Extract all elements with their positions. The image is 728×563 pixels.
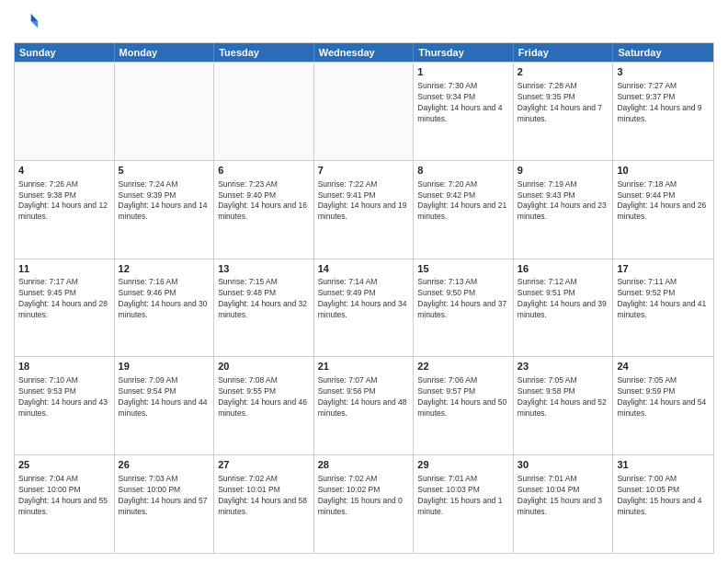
calendar-cell [15,63,115,160]
weekday-header: Wednesday [314,43,415,62]
day-number: 23 [518,360,609,373]
day-info: Sunrise: 7:03 AMSunset: 10:00 PMDaylight… [119,474,210,518]
calendar-row: 1Sunrise: 7:30 AMSunset: 9:34 PMDaylight… [15,62,713,160]
calendar-cell: 3Sunrise: 7:27 AMSunset: 9:37 PMDaylight… [613,63,713,160]
calendar-cell: 13Sunrise: 7:15 AMSunset: 9:48 PMDayligh… [214,259,314,357]
calendar-cell [214,63,314,160]
day-info: Sunrise: 7:11 AMSunset: 9:52 PMDaylight:… [617,277,710,321]
day-info: Sunrise: 7:27 AMSunset: 9:37 PMDaylight:… [617,81,710,125]
day-number: 10 [617,164,710,178]
calendar-row: 4Sunrise: 7:26 AMSunset: 9:38 PMDaylight… [15,160,713,259]
day-info: Sunrise: 7:05 AMSunset: 9:59 PMDaylight:… [617,375,710,419]
day-info: Sunrise: 7:15 AMSunset: 9:48 PMDaylight:… [218,277,310,321]
calendar-cell: 11Sunrise: 7:17 AMSunset: 9:45 PMDayligh… [15,259,115,357]
day-info: Sunrise: 7:01 AMSunset: 10:03 PMDaylight… [417,474,509,518]
day-info: Sunrise: 7:07 AMSunset: 9:56 PMDaylight:… [318,375,410,419]
calendar-cell: 30Sunrise: 7:01 AMSunset: 10:04 PMDaylig… [514,455,614,553]
day-number: 26 [119,458,210,472]
calendar-cell: 8Sunrise: 7:20 AMSunset: 9:42 PMDaylight… [414,161,514,259]
day-info: Sunrise: 7:00 AMSunset: 10:05 PMDaylight… [617,474,710,518]
day-number: 15 [417,262,509,276]
day-number: 18 [18,360,110,373]
day-number: 8 [417,164,509,178]
day-number: 16 [518,262,609,276]
weekday-header: Monday [115,43,215,62]
day-info: Sunrise: 7:02 AMSunset: 10:01 PMDaylight… [218,474,310,518]
day-number: 9 [518,164,609,178]
calendar-cell: 19Sunrise: 7:09 AMSunset: 9:54 PMDayligh… [115,357,215,454]
day-number: 25 [18,458,110,472]
svg-marker-0 [31,14,38,21]
day-info: Sunrise: 7:30 AMSunset: 9:34 PMDaylight:… [417,81,509,125]
calendar-cell: 9Sunrise: 7:19 AMSunset: 9:43 PMDaylight… [514,161,614,259]
calendar-cell: 29Sunrise: 7:01 AMSunset: 10:03 PMDaylig… [414,455,514,553]
calendar-cell: 5Sunrise: 7:24 AMSunset: 9:39 PMDaylight… [115,161,215,259]
weekday-header: Tuesday [214,43,314,62]
day-number: 31 [617,458,710,472]
calendar-cell: 12Sunrise: 7:16 AMSunset: 9:46 PMDayligh… [115,259,215,357]
calendar-cell: 14Sunrise: 7:14 AMSunset: 9:49 PMDayligh… [314,259,415,357]
calendar-cell: 2Sunrise: 7:28 AMSunset: 9:35 PMDaylight… [514,63,614,160]
calendar-cell: 21Sunrise: 7:07 AMSunset: 9:56 PMDayligh… [314,357,415,454]
svg-marker-1 [31,21,38,28]
weekday-header: Sunday [15,43,115,62]
weekday-header: Friday [514,43,614,62]
day-info: Sunrise: 7:13 AMSunset: 9:50 PMDaylight:… [417,277,509,321]
day-number: 4 [18,164,110,178]
day-info: Sunrise: 7:08 AMSunset: 9:55 PMDaylight:… [218,375,310,419]
calendar-row: 11Sunrise: 7:17 AMSunset: 9:45 PMDayligh… [15,259,713,357]
calendar-cell: 20Sunrise: 7:08 AMSunset: 9:55 PMDayligh… [214,357,314,454]
calendar-header: SundayMondayTuesdayWednesdayThursdayFrid… [15,43,713,62]
calendar-cell: 7Sunrise: 7:22 AMSunset: 9:41 PMDaylight… [314,161,415,259]
calendar-cell: 25Sunrise: 7:04 AMSunset: 10:00 PMDaylig… [15,455,115,553]
calendar-cell: 16Sunrise: 7:12 AMSunset: 9:51 PMDayligh… [514,259,614,357]
day-info: Sunrise: 7:26 AMSunset: 9:38 PMDaylight:… [18,179,110,224]
day-number: 7 [318,164,410,178]
day-number: 11 [18,262,110,276]
day-info: Sunrise: 7:02 AMSunset: 10:02 PMDaylight… [318,474,410,518]
day-number: 27 [218,458,310,472]
day-number: 22 [417,360,509,373]
calendar-cell [115,63,215,160]
day-number: 24 [617,360,710,373]
calendar-cell: 22Sunrise: 7:06 AMSunset: 9:57 PMDayligh… [414,357,514,454]
day-number: 12 [119,262,210,276]
day-info: Sunrise: 7:10 AMSunset: 9:53 PMDaylight:… [18,375,110,419]
calendar-cell [314,63,415,160]
calendar-cell: 4Sunrise: 7:26 AMSunset: 9:38 PMDaylight… [15,161,115,259]
day-number: 17 [617,262,710,276]
calendar-cell: 31Sunrise: 7:00 AMSunset: 10:05 PMDaylig… [613,455,713,553]
calendar-cell: 28Sunrise: 7:02 AMSunset: 10:02 PMDaylig… [314,455,415,553]
day-number: 30 [518,458,609,472]
calendar-cell: 1Sunrise: 7:30 AMSunset: 9:34 PMDaylight… [414,63,514,160]
calendar-cell: 27Sunrise: 7:02 AMSunset: 10:01 PMDaylig… [214,455,314,553]
day-info: Sunrise: 7:17 AMSunset: 9:45 PMDaylight:… [18,277,110,321]
logo-icon [14,9,40,35]
calendar-cell: 26Sunrise: 7:03 AMSunset: 10:00 PMDaylig… [115,455,215,553]
day-info: Sunrise: 7:05 AMSunset: 9:58 PMDaylight:… [518,375,609,419]
day-info: Sunrise: 7:18 AMSunset: 9:44 PMDaylight:… [617,179,710,224]
day-number: 1 [417,65,509,79]
calendar-body: 1Sunrise: 7:30 AMSunset: 9:34 PMDaylight… [15,62,713,553]
day-number: 20 [218,360,310,373]
day-info: Sunrise: 7:19 AMSunset: 9:43 PMDaylight:… [518,179,609,224]
calendar-row: 18Sunrise: 7:10 AMSunset: 9:53 PMDayligh… [15,356,713,454]
calendar-row: 25Sunrise: 7:04 AMSunset: 10:00 PMDaylig… [15,454,713,553]
day-number: 5 [119,164,210,178]
calendar-cell: 15Sunrise: 7:13 AMSunset: 9:50 PMDayligh… [414,259,514,357]
calendar-cell: 18Sunrise: 7:10 AMSunset: 9:53 PMDayligh… [15,357,115,454]
day-info: Sunrise: 7:01 AMSunset: 10:04 PMDaylight… [518,474,609,518]
day-info: Sunrise: 7:06 AMSunset: 9:57 PMDaylight:… [417,375,509,419]
day-number: 21 [318,360,410,373]
calendar-cell: 10Sunrise: 7:18 AMSunset: 9:44 PMDayligh… [613,161,713,259]
day-info: Sunrise: 7:23 AMSunset: 9:40 PMDaylight:… [218,179,310,224]
day-info: Sunrise: 7:14 AMSunset: 9:49 PMDaylight:… [318,277,410,321]
weekday-header: Thursday [414,43,514,62]
day-info: Sunrise: 7:16 AMSunset: 9:46 PMDaylight:… [119,277,210,321]
day-info: Sunrise: 7:24 AMSunset: 9:39 PMDaylight:… [119,179,210,224]
page: SundayMondayTuesdayWednesdayThursdayFrid… [0,0,728,563]
logo [14,9,43,35]
day-info: Sunrise: 7:22 AMSunset: 9:41 PMDaylight:… [318,179,410,224]
header [14,9,714,35]
calendar-cell: 23Sunrise: 7:05 AMSunset: 9:58 PMDayligh… [514,357,614,454]
